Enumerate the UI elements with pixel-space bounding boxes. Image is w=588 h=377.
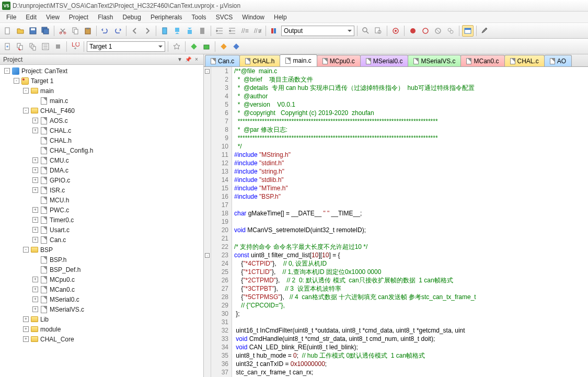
breakpoint-kill-button[interactable] [432, 25, 444, 37]
code-line[interactable]: * @details 专用 can hub 实现串口透传（过滤掉特殊指令） hu… [234, 84, 588, 92]
tree-node[interactable]: +Can.c [0, 235, 203, 245]
editor-tab[interactable]: CHAL.h [239, 55, 280, 66]
code-line[interactable]: #include "string.h" [234, 167, 588, 176]
tree-expander-icon[interactable]: - [23, 88, 29, 94]
comment-button[interactable]: //≡ [239, 25, 250, 37]
code-line[interactable] [234, 218, 588, 226]
tree-node[interactable]: +Lib [0, 314, 203, 324]
tree-expander-icon[interactable]: + [32, 118, 38, 123]
bookmark-clear-button[interactable] [197, 25, 208, 37]
tree-expander-icon[interactable]: - [4, 68, 10, 74]
redo-button[interactable] [112, 25, 123, 37]
find-button[interactable] [360, 25, 372, 37]
copy-button[interactable] [70, 25, 81, 37]
code-line[interactable]: #include "stdlib.h" [234, 176, 588, 184]
editor-tab[interactable]: MCpu0.c [317, 55, 361, 66]
editor-tab[interactable]: MSerialVS.c [408, 55, 461, 66]
code-line[interactable]: /**@file main.c [234, 67, 588, 75]
code-line[interactable]: * @par 修改日志: [234, 125, 588, 134]
translate-button[interactable] [2, 41, 14, 52]
breakpoint-disable-button[interactable] [420, 25, 431, 37]
tree-node[interactable]: -Target 1 [0, 76, 203, 86]
config-button[interactable] [479, 25, 491, 37]
uncomment-button[interactable]: //≢ [251, 25, 263, 37]
batch-build-button[interactable] [40, 41, 51, 52]
menu-flash[interactable]: Flash [94, 13, 117, 22]
rebuild-button[interactable] [27, 41, 39, 52]
tree-expander-icon[interactable]: + [32, 296, 38, 302]
tree-node[interactable]: BSP_Def.h [0, 265, 203, 275]
code-line[interactable]: const uint8_t filter_cmd_list[10][10] = … [234, 251, 588, 259]
tree-node[interactable]: +CMU.c [0, 155, 203, 165]
tree-node[interactable]: +GPIO.c [0, 175, 203, 185]
manage-rte-button[interactable] [188, 41, 200, 52]
menu-help[interactable]: Help [270, 13, 291, 22]
tree-node[interactable]: -Project: CanText [0, 66, 203, 76]
editor-tab[interactable]: MSerial0.c [360, 55, 409, 66]
tree-node[interactable]: +AOS.c [0, 116, 203, 125]
paste-button[interactable] [82, 25, 94, 37]
window-button[interactable] [462, 25, 474, 37]
tree-expander-icon[interactable]: + [32, 277, 38, 282]
tree-expander-icon[interactable]: + [32, 177, 38, 183]
undo-button[interactable] [99, 25, 111, 37]
save-all-button[interactable] [40, 25, 51, 37]
tree-node[interactable]: BSP.h [0, 255, 203, 265]
tree-node[interactable]: +CHAL_Core [0, 334, 203, 344]
tree-node[interactable]: +module [0, 324, 203, 334]
new-file-button[interactable] [2, 25, 14, 37]
project-tree[interactable]: -Project: CanText-Target 1-mainmain.c-CH… [0, 65, 203, 377]
code-line[interactable]: char gMakeTime[] = __DATE__ " " __TIME__… [234, 209, 588, 218]
fold-gutter[interactable]: -- [204, 67, 211, 377]
code-line[interactable] [234, 201, 588, 209]
code-line[interactable] [234, 318, 588, 326]
code-line[interactable]: // {"CPCOID="}, [234, 301, 588, 310]
menu-edit[interactable]: Edit [21, 13, 41, 22]
code-line[interactable]: void MCanVS_setremoteID(uint32_t remoteI… [234, 226, 588, 234]
code-line[interactable]: * @version V0.0.1 [234, 100, 588, 109]
panel-close-icon[interactable]: × [193, 56, 200, 63]
breakpoint-clear-button[interactable] [445, 25, 456, 37]
bookmark-button[interactable] [159, 25, 170, 37]
code-line[interactable]: /* 支持的命令 命令名字最大长度不允许超过10 */ [234, 243, 588, 251]
tree-node[interactable]: +Usart.c [0, 225, 203, 235]
menu-peripherals[interactable]: Peripherals [146, 13, 187, 22]
nav-fwd-button[interactable] [142, 25, 153, 37]
breakpoint-button[interactable] [407, 25, 419, 37]
tree-expander-icon[interactable]: + [32, 227, 38, 233]
fold-icon[interactable]: - [205, 69, 210, 74]
menu-view[interactable]: View [42, 13, 64, 22]
open-button[interactable] [15, 25, 26, 37]
tree-expander-icon[interactable]: + [32, 157, 38, 163]
code-content[interactable]: /**@file main.c * @brief 项目主函数文件 * @deta… [232, 67, 588, 377]
indent-button[interactable] [214, 25, 225, 37]
manage-components-button[interactable] [230, 41, 242, 52]
tree-expander-icon[interactable]: + [32, 187, 38, 193]
panel-pin-icon[interactable]: 📌 [185, 56, 192, 63]
code-line[interactable]: #include "MTime.h" [234, 184, 588, 192]
download-button[interactable]: LOAD [70, 41, 81, 52]
menu-window[interactable]: Window [238, 13, 269, 22]
tree-node[interactable]: -CHAL_F460 [0, 106, 203, 116]
tree-expander-icon[interactable]: + [32, 167, 38, 173]
books-button[interactable] [269, 25, 280, 37]
code-line[interactable]: uint16_t InCmdFilter(uint8_t *outdata, u… [234, 326, 588, 335]
tree-node[interactable]: +MSerialVS.c [0, 304, 203, 314]
tree-node[interactable]: +CHAL.c [0, 125, 203, 135]
tree-expander-icon[interactable]: - [23, 247, 29, 253]
options-button[interactable] [171, 41, 182, 52]
tree-node[interactable]: CHAL.h [0, 135, 203, 145]
cut-button[interactable] [57, 25, 68, 37]
tree-node[interactable]: MCU.h [0, 195, 203, 205]
code-editor[interactable]: -- 1234567891011121314151617181920212223… [204, 67, 588, 377]
menu-file[interactable]: File [2, 13, 20, 22]
tree-node[interactable]: +PWC.c [0, 205, 203, 215]
code-line[interactable]: #include "stdint.h" [234, 159, 588, 167]
tree-expander-icon[interactable]: + [23, 326, 29, 332]
menu-svcs[interactable]: SVCS [212, 13, 237, 22]
code-line[interactable]: ****************************************… [234, 134, 588, 142]
code-line[interactable]: * @brief 项目主函数文件 [234, 75, 588, 84]
fold-icon[interactable]: - [205, 253, 210, 258]
tree-expander-icon[interactable]: + [23, 316, 29, 322]
tree-expander-icon[interactable]: - [23, 108, 29, 113]
